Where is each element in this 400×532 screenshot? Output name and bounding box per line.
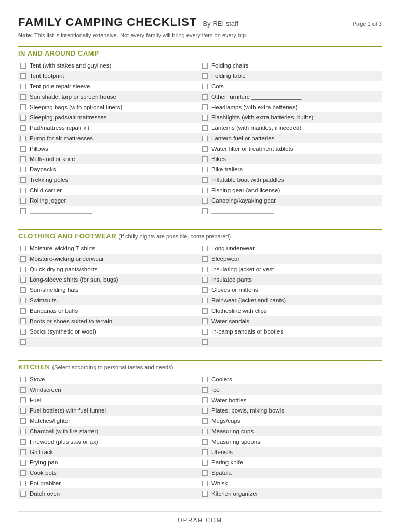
- checkbox[interactable]: [202, 460, 208, 466]
- checkbox[interactable]: [202, 177, 208, 183]
- section-title-clothing-and-footwear: CLOTHING AND FOOTWEAR (If chilly nights …: [18, 229, 382, 240]
- checkbox[interactable]: [202, 63, 208, 69]
- checkbox[interactable]: [202, 198, 208, 204]
- checkbox[interactable]: [20, 115, 26, 121]
- checkbox[interactable]: [20, 246, 26, 251]
- item-label: Tent (with stakes and guylines): [30, 62, 111, 69]
- checkbox[interactable]: [202, 470, 208, 476]
- checkbox[interactable]: [20, 308, 26, 314]
- checkbox[interactable]: [202, 329, 208, 335]
- checkbox[interactable]: [202, 298, 208, 303]
- checkbox[interactable]: [20, 298, 26, 303]
- checkbox[interactable]: [20, 439, 26, 445]
- item-label: Paring knife: [211, 459, 243, 466]
- list-item: Other furniture _______________: [200, 91, 382, 102]
- checkbox[interactable]: [202, 308, 208, 314]
- checkbox[interactable]: [20, 470, 26, 476]
- checkbox[interactable]: [20, 287, 26, 293]
- item-label: Canoeing/kayaking gear: [211, 197, 276, 204]
- list-item: Paring knife: [200, 457, 382, 468]
- item-label: Pot grabber: [30, 480, 61, 486]
- checkbox[interactable]: [202, 449, 208, 455]
- checkbox[interactable]: [20, 339, 26, 345]
- item-label: Sleeping bags (with optional liners): [30, 104, 122, 110]
- item-label: Coolers: [211, 376, 232, 382]
- checkbox[interactable]: [202, 73, 208, 79]
- checkbox[interactable]: [202, 481, 208, 486]
- checkbox[interactable]: [20, 136, 26, 141]
- checkbox[interactable]: [202, 377, 208, 382]
- checkbox[interactable]: [202, 277, 208, 283]
- checkbox[interactable]: [202, 429, 208, 434]
- item-label: Lantern fuel or batteries: [211, 135, 274, 141]
- checkbox[interactable]: [202, 136, 208, 141]
- list-item: Measuring cups: [200, 426, 382, 436]
- checkbox[interactable]: [202, 387, 208, 393]
- checkbox[interactable]: [20, 460, 26, 466]
- checkbox[interactable]: [20, 63, 26, 69]
- checkbox[interactable]: [20, 73, 26, 79]
- checkbox[interactable]: [202, 267, 208, 272]
- checkbox[interactable]: [202, 104, 208, 110]
- checkbox[interactable]: [20, 256, 26, 262]
- note-line: Note: This list is intentionally extensi…: [18, 32, 382, 38]
- checkbox[interactable]: [20, 408, 26, 414]
- checkbox[interactable]: [202, 339, 208, 345]
- blank-line: [211, 339, 274, 344]
- checkbox[interactable]: [202, 208, 208, 214]
- checkbox[interactable]: [202, 318, 208, 324]
- checkbox[interactable]: [202, 418, 208, 424]
- item-label: Rainwear (jacket and pants): [211, 297, 286, 303]
- checkbox[interactable]: [20, 387, 26, 393]
- checkbox[interactable]: [202, 397, 208, 403]
- checkbox[interactable]: [20, 329, 26, 335]
- checkbox[interactable]: [202, 156, 208, 162]
- checkbox[interactable]: [202, 146, 208, 152]
- checkbox[interactable]: [20, 84, 26, 89]
- list-item: [200, 206, 382, 216]
- list-item: Long underwear: [200, 243, 382, 254]
- item-label: Insulated pants: [211, 276, 252, 283]
- checkbox[interactable]: [202, 256, 208, 262]
- list-item: Whisk: [200, 478, 382, 488]
- list-item: Fuel: [18, 395, 200, 405]
- checkbox[interactable]: [20, 429, 26, 434]
- checkbox[interactable]: [202, 167, 208, 172]
- section-clothing-and-footwear: CLOTHING AND FOOTWEAR (If chilly nights …: [18, 229, 382, 347]
- checkbox[interactable]: [202, 439, 208, 445]
- checkbox[interactable]: [202, 115, 208, 121]
- list-item: Pillows: [18, 143, 200, 154]
- checkbox[interactable]: [20, 146, 26, 152]
- checkbox[interactable]: [202, 246, 208, 251]
- checkbox[interactable]: [202, 287, 208, 293]
- checkbox[interactable]: [20, 449, 26, 455]
- checkbox[interactable]: [202, 84, 208, 89]
- checkbox[interactable]: [202, 188, 208, 193]
- checkbox[interactable]: [20, 277, 26, 283]
- checkbox[interactable]: [20, 377, 26, 382]
- checkbox[interactable]: [20, 156, 26, 162]
- checkbox[interactable]: [202, 94, 208, 100]
- checkbox[interactable]: [202, 125, 208, 131]
- checkbox[interactable]: [20, 267, 26, 272]
- checkbox[interactable]: [20, 167, 26, 172]
- list-item: Water bottles: [200, 395, 382, 405]
- checkbox[interactable]: [20, 491, 26, 497]
- checkbox[interactable]: [202, 408, 208, 414]
- checkbox[interactable]: [20, 397, 26, 403]
- checkbox[interactable]: [20, 177, 26, 183]
- item-label: Mugs/cups: [211, 418, 241, 424]
- checkbox[interactable]: [20, 94, 26, 100]
- checkbox[interactable]: [20, 125, 26, 131]
- checkbox[interactable]: [20, 208, 26, 214]
- list-item: Tent-pole repair sleeve: [18, 81, 200, 91]
- checkbox[interactable]: [20, 104, 26, 110]
- checkbox[interactable]: [20, 481, 26, 486]
- list-item: Plates, bowls, mixing bowls: [200, 405, 382, 416]
- checkbox[interactable]: [20, 418, 26, 424]
- checkbox[interactable]: [20, 318, 26, 324]
- checkbox[interactable]: [20, 198, 26, 204]
- item-label: Bandanas or buffs: [30, 308, 78, 314]
- checkbox[interactable]: [20, 188, 26, 193]
- checkbox[interactable]: [202, 491, 208, 497]
